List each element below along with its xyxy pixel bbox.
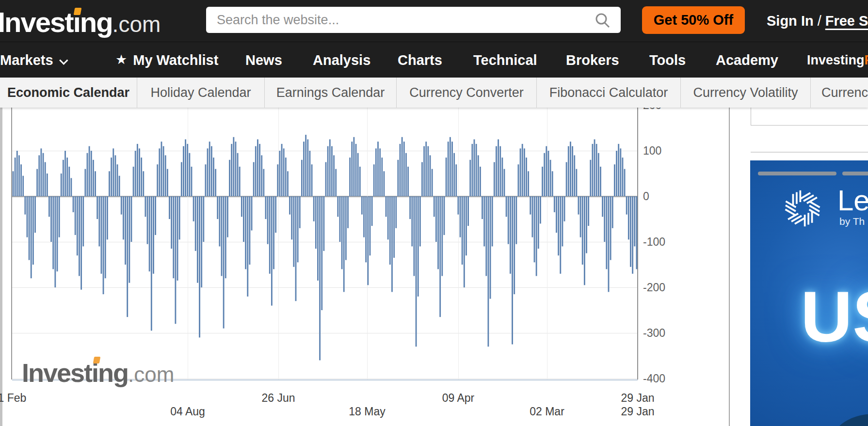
bar	[402, 137, 403, 196]
bar	[57, 196, 58, 271]
bar	[313, 196, 315, 221]
nav-item-academy[interactable]: Academy	[716, 42, 778, 78]
bar	[592, 144, 594, 196]
bar	[219, 196, 220, 246]
bar	[80, 196, 82, 290]
subnav-tab-currency-converter[interactable]: Currency Converter	[397, 78, 537, 108]
bar	[478, 155, 479, 196]
x-tick-label: 29 Jan	[621, 392, 654, 405]
bar	[73, 196, 74, 212]
chevron-down-icon	[59, 56, 68, 64]
content-left-border	[0, 108, 2, 426]
bar	[297, 196, 299, 262]
subnav-tab-fibonacci-calculator[interactable]: Fibonacci Calculator	[537, 78, 681, 108]
bar	[311, 164, 313, 196]
bar	[203, 196, 204, 242]
bar	[560, 196, 561, 274]
bar	[279, 151, 281, 196]
bar	[564, 196, 565, 221]
bar	[558, 196, 559, 255]
watchlist-star-icon: ★	[115, 52, 127, 67]
bar	[515, 196, 517, 244]
get-discount-button[interactable]: Get 50% Off	[642, 6, 745, 34]
bar	[209, 142, 210, 196]
bar	[462, 196, 463, 265]
ad-globe-image	[835, 410, 868, 426]
y-tick-label: 100	[643, 144, 661, 158]
sidebar-widget-box[interactable]	[751, 108, 868, 126]
nav-item-charts[interactable]: Charts	[398, 42, 442, 78]
bar	[409, 196, 411, 219]
nav-item-tools[interactable]: Tools	[649, 42, 686, 78]
investing-logo[interactable]: Investing.com	[0, 6, 161, 38]
nav-item-brokers[interactable]: Brokers	[566, 42, 619, 78]
chart-watermark: Investing.com	[22, 358, 174, 388]
bar	[217, 196, 218, 219]
bar	[439, 196, 441, 317]
bar	[24, 196, 26, 215]
sign-in-link[interactable]: Sign In	[767, 13, 814, 29]
bar	[177, 196, 178, 281]
bar	[444, 196, 445, 235]
advertisement-panel[interactable]: Le by Th US	[750, 160, 868, 426]
bar	[161, 142, 162, 196]
logo-orange-dot-icon	[74, 8, 82, 15]
nav-item-label: News	[245, 52, 282, 68]
ad-placeholder-bar	[842, 172, 868, 175]
bar	[357, 153, 359, 196]
bar	[614, 164, 615, 196]
subnav-tab-currency-volatility[interactable]: Currency Volatility	[681, 78, 811, 108]
bar	[482, 196, 483, 219]
bar	[205, 164, 207, 196]
bar	[464, 196, 465, 287]
bar	[570, 142, 571, 196]
subnav-tab-currenc[interactable]: Currenc	[811, 78, 868, 108]
bar	[485, 196, 487, 276]
bar	[526, 158, 527, 196]
bar	[31, 196, 32, 278]
bar	[514, 196, 515, 294]
free-sign-up-link[interactable]: Free Si	[825, 13, 868, 29]
bar	[117, 164, 118, 196]
bar	[237, 153, 239, 196]
bar	[251, 196, 253, 231]
bar	[75, 196, 76, 235]
bar	[596, 144, 597, 196]
bar	[189, 153, 190, 196]
bar	[179, 196, 180, 239]
bar	[373, 164, 375, 196]
bar	[405, 153, 407, 196]
bar	[185, 140, 186, 197]
subnav-tab-holiday-calendar[interactable]: Holiday Calendar	[137, 78, 265, 108]
subnav-tab-earnings-calendar[interactable]: Earnings Calendar	[265, 78, 397, 108]
bar	[634, 196, 635, 246]
nav-item-news[interactable]: News	[245, 42, 282, 78]
bar	[275, 196, 276, 233]
search-input[interactable]	[206, 7, 621, 33]
bar	[488, 196, 489, 347]
nav-item-markets[interactable]: Markets	[0, 42, 65, 78]
nav-item-label: My Watchlist	[133, 52, 218, 68]
nav-item-analysis[interactable]: Analysis	[313, 42, 370, 78]
bar	[199, 196, 200, 337]
bar	[231, 144, 232, 196]
bar	[299, 196, 301, 228]
nav-item-my-watchlist[interactable]: ★My Watchlist	[115, 42, 218, 78]
search-icon[interactable]	[595, 13, 611, 30]
bar	[59, 196, 60, 237]
economic-events-bar-chart[interactable]	[12, 108, 638, 379]
bar	[414, 196, 415, 276]
bar	[139, 148, 140, 196]
bar	[255, 146, 257, 196]
bar	[518, 164, 519, 196]
bar	[38, 155, 40, 196]
bar	[257, 140, 258, 197]
subnav-tab-economic-calendar[interactable]: Economic Calendar	[0, 78, 137, 108]
nav-item-technical[interactable]: Technical	[473, 42, 537, 78]
bar	[622, 158, 624, 196]
bar	[403, 142, 405, 196]
nav-item-investingpro-logo[interactable]: InvestingPro	[807, 42, 868, 78]
bar	[283, 148, 285, 196]
ad-headline-text: US	[801, 276, 868, 358]
bar	[143, 171, 144, 196]
